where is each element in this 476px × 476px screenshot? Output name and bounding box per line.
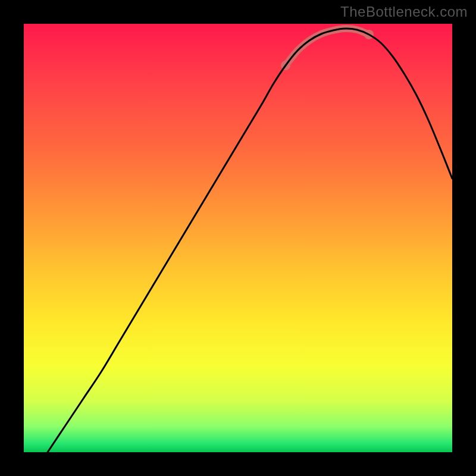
- chart-frame: TheBottleneck.com: [0, 0, 476, 476]
- plot-area: [24, 24, 452, 452]
- watermark-text: TheBottleneck.com: [340, 4, 468, 20]
- bottleneck-curve: [48, 29, 452, 452]
- curve-svg: [24, 24, 452, 452]
- bottleneck-highlight: [286, 29, 369, 65]
